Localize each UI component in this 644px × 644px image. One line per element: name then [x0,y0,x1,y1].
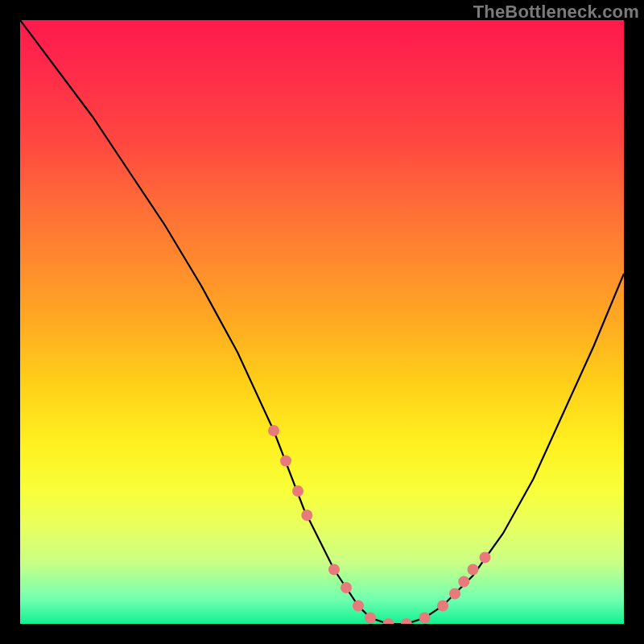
chart-svg [20,20,624,624]
marker-dot [468,564,479,576]
marker-dot [280,456,291,467]
marker-dot [458,576,469,588]
marker-dot [365,613,376,624]
chart-plot-area [20,20,624,624]
watermark-text: TheBottleneck.com [473,2,639,23]
marker-dot [341,582,352,593]
marker-dot [401,618,412,624]
marker-dots [268,425,491,624]
marker-dot [437,601,448,612]
marker-dot [268,425,279,436]
marker-dot [480,552,491,564]
marker-dot [383,618,394,624]
marker-dot [301,510,312,521]
marker-dot [292,485,303,497]
bottleneck-curve [20,20,624,624]
chart-frame: TheBottleneck.com [0,0,644,644]
marker-dot [449,588,460,600]
marker-dot [328,564,340,576]
marker-dot [353,601,364,612]
marker-dot [419,613,431,624]
